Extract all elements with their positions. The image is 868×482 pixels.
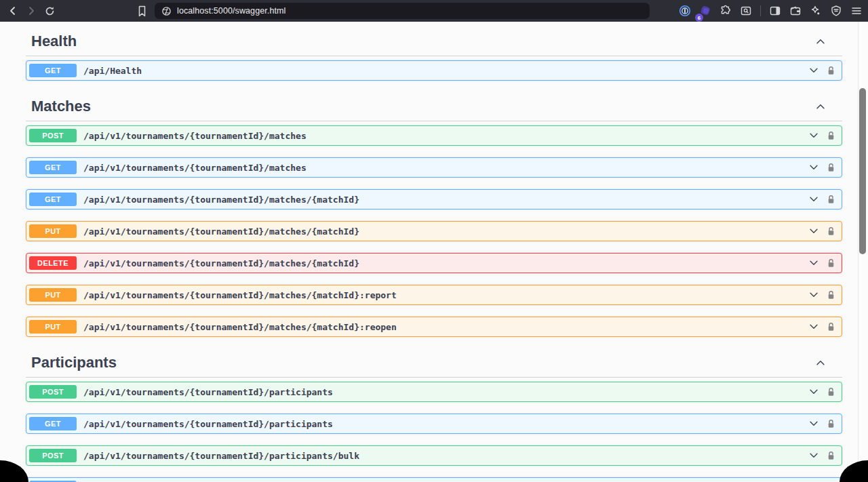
section-title: Matches bbox=[31, 98, 91, 115]
lock-icon[interactable] bbox=[826, 386, 836, 397]
api-section: Health GET /api/Health bbox=[26, 27, 842, 81]
endpoint-list: POST /api/v1/tournaments/{tournamentId}/… bbox=[26, 125, 842, 337]
sidebar-icon bbox=[769, 5, 781, 17]
chevron-down-icon[interactable] bbox=[808, 449, 820, 462]
method-badge: POST bbox=[29, 129, 77, 142]
method-badge: GET bbox=[29, 64, 77, 77]
back-icon bbox=[7, 5, 18, 16]
endpoint-path: /api/v1/tournaments/{tournamentId}/match… bbox=[83, 131, 307, 141]
endpoint-path: /api/v1/tournaments/{tournamentId}/match… bbox=[83, 290, 397, 300]
password-extension-button[interactable]: 6 bbox=[696, 2, 714, 20]
address-bar[interactable]: localhost:5000/swagger.html bbox=[155, 3, 650, 19]
endpoint-path: /api/v1/tournaments/{tournamentId}/parti… bbox=[83, 451, 359, 461]
method-badge: POST bbox=[29, 385, 77, 399]
endpoint-list: GET /api/Health bbox=[26, 60, 842, 81]
site-info-icon[interactable] bbox=[161, 6, 172, 16]
chevron-down-icon[interactable] bbox=[808, 321, 820, 333]
scrollbar-track[interactable] bbox=[858, 22, 868, 482]
lock-icon[interactable] bbox=[826, 130, 836, 141]
back-button[interactable] bbox=[4, 2, 22, 20]
chevron-down-icon[interactable] bbox=[808, 193, 820, 205]
endpoint-row[interactable]: PUT /api/v1/tournaments/{tournamentId}/m… bbox=[26, 221, 842, 241]
method-badge: GET bbox=[29, 161, 77, 174]
lock-icon[interactable] bbox=[826, 258, 836, 268]
method-badge: PUT bbox=[29, 224, 77, 238]
chevron-down-icon[interactable] bbox=[808, 386, 820, 398]
endpoint-row[interactable]: GET /api/v1/tournaments/{tournamentId}/m… bbox=[26, 189, 842, 209]
section-title: Participants bbox=[31, 354, 117, 371]
endpoint-row[interactable]: PUT /api/v1/tournaments/{tournamentId}/m… bbox=[26, 317, 842, 337]
chevron-down-icon[interactable] bbox=[808, 129, 820, 142]
endpoint-path: /api/v1/tournaments/{tournamentId}/match… bbox=[83, 258, 359, 268]
endpoint-path: /api/v1/tournaments/{tournamentId}/match… bbox=[83, 226, 359, 237]
endpoint-row[interactable]: GET /api/v1/tournaments/{tournamentId}/p… bbox=[26, 414, 842, 434]
ai-assistant-button[interactable] bbox=[807, 2, 825, 20]
method-badge: PUT bbox=[29, 320, 77, 334]
section-title: Health bbox=[31, 33, 77, 50]
tab-search-button[interactable] bbox=[737, 2, 755, 20]
lock-icon[interactable] bbox=[826, 418, 836, 429]
lock-icon[interactable] bbox=[826, 162, 836, 173]
section-header[interactable]: Health bbox=[26, 27, 842, 56]
endpoint-row[interactable]: POST /api/v1/tournaments/{tournamentId}/… bbox=[26, 125, 842, 146]
endpoint-row[interactable]: DELETE /api/v1/tournaments/{tournamentId… bbox=[26, 253, 842, 273]
method-badge: GET bbox=[29, 417, 77, 430]
reload-button[interactable] bbox=[41, 2, 58, 20]
endpoint-path: /api/v1/tournaments/{tournamentId}/match… bbox=[83, 322, 397, 332]
endpoint-path: /api/v1/tournaments/{tournamentId}/match… bbox=[83, 163, 307, 173]
chevron-down-icon[interactable] bbox=[808, 289, 820, 301]
endpoint-row[interactable]: GET /api/Health bbox=[26, 60, 842, 81]
forward-icon bbox=[26, 5, 37, 16]
api-sections: Health GET /api/Health Matches bbox=[26, 27, 842, 482]
chevron-down-icon[interactable] bbox=[808, 64, 820, 77]
browser-toolbar: localhost:5000/swagger.html 6 bbox=[0, 0, 868, 22]
extension-count-badge: 6 bbox=[695, 14, 703, 22]
endpoint-row[interactable]: POST /api/v1/tournaments/{tournamentId}/… bbox=[26, 445, 842, 466]
endpoint-row[interactable]: PUT /api/v1/tournaments/{tournamentId}/m… bbox=[26, 285, 842, 305]
wallet-button[interactable] bbox=[787, 2, 804, 20]
endpoint-row[interactable]: GET /api/v1/tournaments/{tournamentId}/p… bbox=[26, 477, 842, 482]
onepassword-extension-button[interactable] bbox=[676, 2, 694, 20]
endpoint-list: POST /api/v1/tournaments/{tournamentId}/… bbox=[26, 382, 842, 482]
api-section: Participants POST /api/v1/tournaments/{t… bbox=[26, 348, 842, 482]
chevron-up-icon[interactable] bbox=[814, 100, 827, 113]
bookmark-icon bbox=[137, 5, 147, 17]
chevron-down-icon[interactable] bbox=[808, 225, 820, 237]
endpoint-row[interactable]: GET /api/v1/tournaments/{tournamentId}/m… bbox=[26, 157, 842, 178]
lock-icon[interactable] bbox=[826, 450, 836, 461]
tab-search-icon bbox=[740, 5, 752, 17]
toolbar-divider bbox=[760, 5, 761, 16]
lock-icon[interactable] bbox=[826, 226, 836, 237]
chevron-down-icon[interactable] bbox=[808, 161, 820, 174]
chevron-down-icon[interactable] bbox=[808, 418, 820, 430]
method-badge: PUT bbox=[29, 288, 77, 302]
bookmark-button[interactable] bbox=[133, 2, 151, 20]
url-text[interactable]: localhost:5000/swagger.html bbox=[177, 6, 285, 16]
shields-button[interactable] bbox=[827, 2, 845, 20]
method-badge: POST bbox=[29, 449, 77, 462]
chevron-up-icon[interactable] bbox=[814, 35, 827, 47]
section-header[interactable]: Participants bbox=[26, 348, 842, 378]
scrollbar-thumb[interactable] bbox=[859, 88, 866, 254]
sidebar-button[interactable] bbox=[766, 2, 784, 20]
lock-icon[interactable] bbox=[826, 194, 836, 205]
endpoint-path: /api/v1/tournaments/{tournamentId}/match… bbox=[83, 195, 359, 205]
lock-icon[interactable] bbox=[826, 289, 836, 300]
chevron-down-icon[interactable] bbox=[808, 257, 820, 269]
wallet-icon bbox=[789, 5, 802, 17]
section-header[interactable]: Matches bbox=[26, 92, 842, 121]
shield-icon bbox=[830, 5, 842, 17]
ai-sparkle-icon bbox=[810, 5, 822, 17]
menu-button[interactable] bbox=[848, 2, 865, 20]
onepassword-icon bbox=[679, 5, 691, 17]
forward-button[interactable] bbox=[22, 2, 40, 20]
extensions-button[interactable] bbox=[717, 2, 734, 20]
lock-icon[interactable] bbox=[826, 65, 836, 76]
method-badge: GET bbox=[29, 193, 77, 206]
lock-icon[interactable] bbox=[826, 321, 836, 332]
reload-icon bbox=[44, 5, 56, 17]
swagger-page: Health GET /api/Health Matches bbox=[0, 22, 868, 482]
extensions-puzzle-icon bbox=[719, 5, 732, 17]
endpoint-row[interactable]: POST /api/v1/tournaments/{tournamentId}/… bbox=[26, 382, 842, 402]
chevron-up-icon[interactable] bbox=[814, 357, 827, 369]
